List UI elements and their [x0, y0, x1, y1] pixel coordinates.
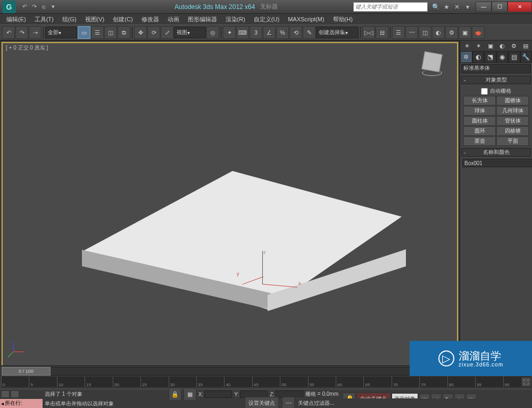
- link-icon[interactable]: ⇢: [29, 26, 41, 39]
- obj-pyramid[interactable]: 四棱锥: [496, 126, 529, 136]
- obj-geosphere[interactable]: 几何球体: [496, 106, 529, 116]
- ref-coord-dropdown[interactable]: 视图 ▾: [174, 27, 206, 38]
- obj-plane[interactable]: 平面: [496, 136, 529, 146]
- menu-group[interactable]: 组(G): [58, 14, 81, 25]
- edit-named-sel-icon[interactable]: ✎: [303, 26, 315, 39]
- undo-icon[interactable]: ↶: [2, 26, 15, 39]
- keyfilter-icon[interactable]: 〰: [282, 397, 295, 408]
- window-crossing-icon[interactable]: ⧉: [118, 26, 130, 39]
- create-tab[interactable]: ✲: [460, 51, 472, 63]
- menu-tools[interactable]: 工具(T): [30, 14, 58, 25]
- selection-filter-dropdown[interactable]: 全部 ▾: [45, 27, 77, 38]
- motion-tab[interactable]: ◉: [496, 51, 509, 63]
- angle-snap-icon[interactable]: ∠: [263, 26, 276, 39]
- menu-edit[interactable]: 编辑(E): [2, 14, 30, 25]
- select-name-icon[interactable]: ☰: [91, 26, 104, 39]
- coord-x-input[interactable]: [204, 390, 232, 398]
- autogrid-label: 自动栅格: [490, 87, 511, 95]
- viewcube[interactable]: [418, 50, 446, 78]
- viewport-label[interactable]: [ + 0 正交 0 真实 ]: [6, 44, 48, 52]
- exchange-icon[interactable]: ✕: [452, 2, 462, 12]
- maximize-button[interactable]: ☐: [492, 2, 508, 12]
- keyfilter-label[interactable]: 关键点过滤器...: [298, 399, 334, 407]
- menu-modifiers[interactable]: 修改器: [137, 14, 163, 25]
- object-name-input[interactable]: [462, 159, 532, 167]
- utilities-tab[interactable]: 🔧: [520, 51, 533, 63]
- pivot-icon[interactable]: ◎: [206, 26, 219, 39]
- align-icon[interactable]: ⊟: [376, 26, 388, 39]
- render-out-icon[interactable]: ▤: [520, 42, 531, 50]
- keyboard-shortcut-icon[interactable]: ⌨: [236, 26, 249, 39]
- category-dropdown[interactable]: 标准基本体: [461, 64, 531, 74]
- menu-create[interactable]: 创建(C): [109, 14, 137, 25]
- obj-torus[interactable]: 圆环: [463, 126, 496, 136]
- exposure-icon[interactable]: ◐: [496, 42, 508, 50]
- time-ruler[interactable]: 05 1015 2025 3035 4045 5055 6065 7075 80…: [1, 377, 531, 387]
- obj-teapot[interactable]: 茶壶: [463, 136, 496, 146]
- manipulate-icon[interactable]: ✦: [223, 26, 236, 39]
- hierarchy-tab[interactable]: ⬔: [484, 51, 496, 63]
- modify-tab[interactable]: ◐: [472, 51, 485, 63]
- render-setup-icon[interactable]: ⚙: [445, 26, 458, 39]
- schematic-icon[interactable]: ◫: [419, 26, 431, 39]
- perspective-viewport[interactable]: [ + 0 正交 0 真实 ] z x y: [2, 42, 458, 369]
- maximize-viewport-icon[interactable]: ⛶: [521, 377, 531, 387]
- close-button[interactable]: ✕: [508, 2, 532, 12]
- percent-snap-icon[interactable]: %: [276, 26, 289, 39]
- menu-customize[interactable]: 自定义(U): [250, 14, 284, 25]
- settings-icon[interactable]: ⚙: [508, 42, 519, 50]
- time-slider-thumb[interactable]: 0 / 100: [2, 367, 51, 376]
- minimize-button[interactable]: —: [476, 2, 492, 12]
- setkey-button[interactable]: 设置关键点: [245, 397, 279, 408]
- redo-icon[interactable]: ↷: [15, 26, 28, 39]
- layers-icon[interactable]: ☰: [392, 26, 405, 39]
- help-dropdown-icon[interactable]: ▾: [463, 2, 472, 12]
- obj-box[interactable]: 长方体: [463, 96, 496, 105]
- menu-grapheditor[interactable]: 图形编辑器: [184, 14, 221, 25]
- menu-views[interactable]: 视图(V): [81, 14, 109, 25]
- qat-undo-icon[interactable]: ↶: [20, 3, 29, 11]
- mirror-icon[interactable]: ▷◁: [362, 26, 375, 39]
- named-selset-dropdown[interactable]: 创建选择集 ▾: [316, 27, 359, 38]
- script-mini-icon[interactable]: [1, 390, 10, 398]
- menu-animation[interactable]: 动画: [163, 14, 184, 25]
- listener-mini-icon[interactable]: [11, 390, 19, 398]
- prompt-line: ◂所在行:: [0, 399, 43, 409]
- select-object-icon[interactable]: ▭: [78, 26, 90, 39]
- qat-link-icon[interactable]: ⎋: [39, 3, 48, 11]
- spinner-snap-icon[interactable]: ⟲: [289, 26, 302, 39]
- curve-editor-icon[interactable]: 〰: [405, 26, 418, 39]
- box-geometry[interactable]: z x y: [45, 171, 434, 352]
- autogrid-checkbox[interactable]: [481, 88, 488, 95]
- obj-tube[interactable]: 管状体: [496, 116, 529, 126]
- select-region-icon[interactable]: ◫: [104, 26, 117, 39]
- material-editor-icon[interactable]: ◐: [432, 26, 445, 39]
- render-frame-icon[interactable]: ▣: [459, 26, 471, 39]
- camera-icon[interactable]: ▣: [485, 42, 496, 50]
- menu-maxscript[interactable]: MAXScript(M): [284, 15, 328, 23]
- render-preset-icon[interactable]: ☀: [461, 42, 472, 50]
- menu-help[interactable]: 帮助(H): [329, 14, 357, 25]
- help-search-input[interactable]: [353, 2, 428, 12]
- viewport-container: [ + 0 正交 0 真实 ] z x y: [0, 40, 460, 371]
- watermark-url: zixue.3d66.com: [459, 362, 503, 368]
- light-icon[interactable]: ✶: [473, 42, 484, 50]
- snap-toggle-icon[interactable]: 3: [250, 26, 262, 39]
- obj-cone[interactable]: 圆锥体: [496, 96, 529, 105]
- favorite-icon[interactable]: ★: [442, 2, 451, 12]
- qat-redo-icon[interactable]: ↷: [30, 3, 38, 11]
- rotate-icon[interactable]: ⟳: [147, 26, 160, 39]
- rollout-objtype[interactable]: -对象类型: [461, 76, 531, 84]
- search-icon[interactable]: 🔍: [431, 2, 440, 12]
- app-logo[interactable]: G: [2, 1, 16, 13]
- obj-cylinder[interactable]: 圆柱体: [463, 116, 496, 126]
- rollout-name[interactable]: -名称和颜色: [461, 148, 531, 157]
- move-icon[interactable]: ✥: [134, 26, 147, 39]
- display-tab[interactable]: ▤: [508, 51, 520, 63]
- scale-icon[interactable]: ⤢: [161, 26, 173, 39]
- render-icon[interactable]: 🫖: [472, 26, 485, 39]
- obj-sphere[interactable]: 球体: [463, 106, 496, 116]
- menu-render[interactable]: 渲染(R): [221, 14, 250, 25]
- world-axis-icon: [9, 339, 26, 356]
- qat-more-icon[interactable]: ▾: [49, 3, 57, 11]
